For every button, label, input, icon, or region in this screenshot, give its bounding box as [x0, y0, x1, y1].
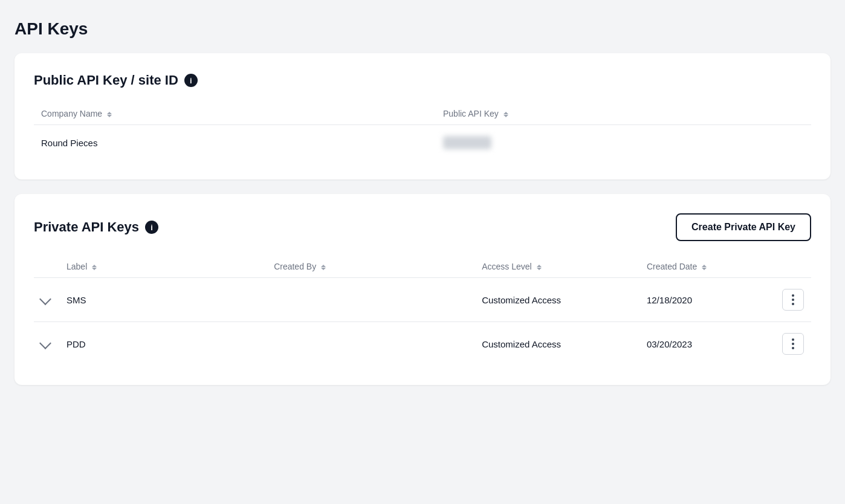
private-api-keys-card: Private API Keys i Create Private API Ke…: [15, 194, 830, 385]
col-header-actions: [775, 256, 811, 278]
sort-created-by-icon[interactable]: [321, 265, 326, 270]
cell-actions-pdd: [775, 322, 811, 366]
cell-access-level-pdd: Customized Access: [474, 322, 639, 366]
cell-created-date-pdd: 03/20/2023: [639, 322, 775, 366]
public-api-key-title: Public API Key / site ID: [34, 73, 178, 88]
private-api-keys-table: Label Created By Access Level: [34, 256, 811, 366]
cell-access-level-sms: Customized Access: [474, 278, 639, 322]
private-api-keys-info-icon[interactable]: i: [145, 221, 158, 234]
col-header-label[interactable]: Label: [59, 256, 267, 278]
three-dots-icon: [792, 338, 794, 349]
sort-label-icon[interactable]: [92, 265, 97, 270]
cell-company-name: Round Pieces: [34, 125, 436, 161]
public-api-key-table: Company Name Public API Key Round P: [34, 103, 811, 160]
cell-public-api-key: hidden: [436, 125, 811, 161]
three-dots-icon: [792, 294, 794, 305]
public-api-key-header: Public API Key / site ID i: [34, 73, 811, 88]
cell-created-by-sms: [267, 278, 474, 322]
table-row: PDD Customized Access 03/20/2023: [34, 322, 811, 366]
private-api-keys-title: Private API Keys: [34, 219, 139, 235]
col-header-access-level[interactable]: Access Level: [474, 256, 639, 278]
page-title: API Keys: [15, 19, 830, 39]
table-row: Round Pieces hidden: [34, 125, 811, 161]
col-header-expand: [34, 256, 59, 278]
cell-actions-sms: [775, 278, 811, 322]
col-header-created-date[interactable]: Created Date: [639, 256, 775, 278]
cell-label-pdd: PDD: [59, 322, 267, 366]
sort-access-level-icon[interactable]: [537, 265, 542, 270]
create-private-api-key-button[interactable]: Create Private API Key: [676, 213, 811, 241]
col-header-company-name[interactable]: Company Name: [34, 103, 436, 125]
row-expand-sms[interactable]: [34, 278, 59, 322]
cell-label-sms: SMS: [59, 278, 267, 322]
more-menu-button-pdd[interactable]: [782, 333, 804, 355]
public-api-key-info-icon[interactable]: i: [184, 74, 198, 87]
sort-created-date-icon[interactable]: [702, 265, 707, 270]
cell-created-by-pdd: [267, 322, 474, 366]
private-api-keys-title-group: Private API Keys i: [34, 219, 158, 235]
col-header-public-api-key[interactable]: Public API Key: [436, 103, 811, 125]
sort-company-name-icon[interactable]: [107, 112, 112, 117]
col-header-created-by[interactable]: Created By: [267, 256, 474, 278]
table-row: SMS Customized Access 12/18/2020: [34, 278, 811, 322]
sort-public-api-key-icon[interactable]: [503, 112, 508, 117]
row-expand-pdd[interactable]: [34, 322, 59, 366]
private-api-keys-header: Private API Keys i Create Private API Ke…: [34, 213, 811, 241]
chevron-down-icon[interactable]: [39, 337, 51, 349]
cell-created-date-sms: 12/18/2020: [639, 278, 775, 322]
more-menu-button-sms[interactable]: [782, 289, 804, 311]
blurred-api-key: hidden: [443, 136, 491, 149]
chevron-down-icon[interactable]: [39, 293, 51, 305]
public-api-key-card: Public API Key / site ID i Company Name …: [15, 53, 830, 179]
